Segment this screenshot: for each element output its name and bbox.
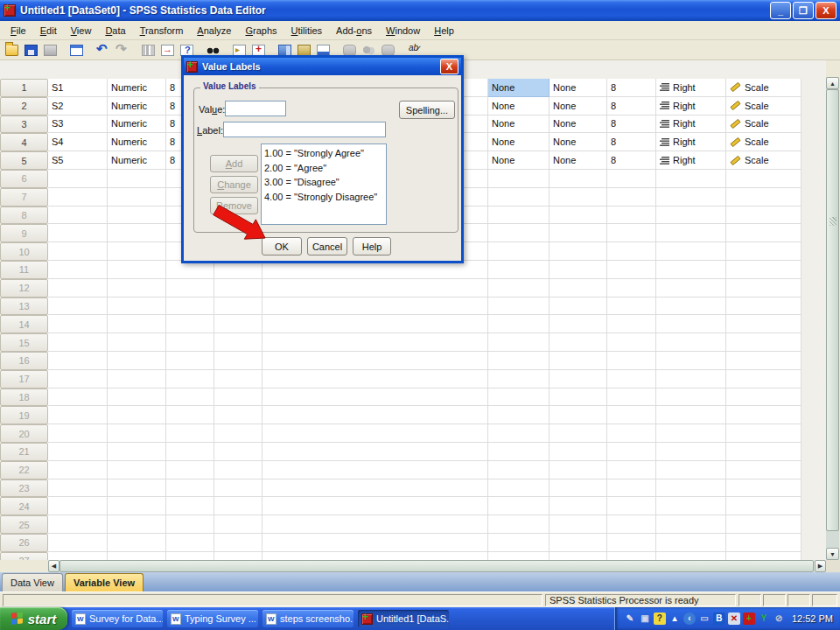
- menu-item-analyze[interactable]: Analyze: [190, 23, 238, 38]
- value-labels-list[interactable]: 1.00 = "Strongly Agree"2.00 = "Agree"3.0…: [261, 144, 387, 225]
- grid-cell-type[interactable]: [108, 188, 166, 206]
- vertical-scroll-thumb[interactable]: [826, 89, 839, 531]
- grid-cell-measure[interactable]: [726, 552, 802, 560]
- grid-cell-decimals[interactable]: [214, 406, 262, 424]
- tab-variable-view[interactable]: Variable View: [65, 573, 144, 592]
- row-header[interactable]: 1: [0, 79, 48, 97]
- grid-cell-type[interactable]: [108, 352, 166, 370]
- grid-cell-columns[interactable]: [607, 170, 656, 188]
- scroll-down-icon[interactable]: ▼: [826, 548, 839, 560]
- grid-cell-missing[interactable]: None: [550, 116, 607, 134]
- grid-cell-measure[interactable]: [726, 279, 802, 298]
- grid-cell-decimals[interactable]: [214, 461, 262, 480]
- grid-cell-name[interactable]: [48, 515, 108, 534]
- grid-cell-align[interactable]: [656, 406, 726, 424]
- grid-cell-columns[interactable]: [607, 315, 656, 333]
- row-header[interactable]: 15: [0, 333, 48, 352]
- grid-cell-columns[interactable]: [607, 443, 656, 461]
- grid-cell-type[interactable]: [108, 333, 166, 352]
- grid-cell-values[interactable]: None: [488, 116, 550, 134]
- grid-cell-align[interactable]: [656, 170, 726, 188]
- row-header[interactable]: 21: [0, 443, 48, 461]
- grid-cell-measure[interactable]: [726, 461, 802, 480]
- grid-cell-missing[interactable]: [550, 224, 607, 242]
- grid-cell-type[interactable]: [108, 279, 166, 298]
- grid-cell-measure[interactable]: Scale: [726, 151, 802, 170]
- grid-cell-values[interactable]: None: [488, 79, 550, 97]
- grid-cell-columns[interactable]: [607, 279, 656, 298]
- grid-cell-label[interactable]: [262, 261, 488, 279]
- grid-cell-align[interactable]: [656, 261, 726, 279]
- grid-cell-width[interactable]: [166, 534, 214, 552]
- grid-cell-decimals[interactable]: [214, 370, 262, 388]
- row-header[interactable]: 26: [0, 534, 48, 552]
- grid-cell-columns[interactable]: 8: [607, 133, 656, 151]
- grid-cell-align[interactable]: Right: [656, 116, 726, 134]
- grid-cell-values[interactable]: [488, 370, 550, 388]
- grid-cell-width[interactable]: [166, 388, 214, 407]
- menu-item-view[interactable]: View: [64, 23, 99, 38]
- menu-item-transform[interactable]: Transform: [133, 23, 191, 38]
- row-header[interactable]: 8: [0, 206, 48, 225]
- grid-cell-values[interactable]: [488, 242, 550, 261]
- grid-cell-label[interactable]: [262, 333, 488, 352]
- grid-cell-type[interactable]: Numeric: [108, 116, 166, 134]
- grid-cell-missing[interactable]: [550, 424, 607, 443]
- grid-cell-missing[interactable]: [550, 406, 607, 424]
- grid-cell-columns[interactable]: [607, 515, 656, 534]
- grid-cell-name[interactable]: [48, 461, 108, 480]
- value-label-item[interactable]: 4.00 = "Strongly Disagree": [264, 190, 386, 205]
- grid-cell-type[interactable]: [108, 315, 166, 333]
- grid-cell-missing[interactable]: [550, 497, 607, 515]
- grid-cell-values[interactable]: [488, 224, 550, 242]
- grid-cell-decimals[interactable]: [214, 497, 262, 515]
- task-button[interactable]: Typing Survey ...: [167, 610, 258, 627]
- grid-cell-type[interactable]: [108, 534, 166, 552]
- grid-cell-measure[interactable]: Scale: [726, 116, 802, 134]
- row-header[interactable]: 3: [0, 116, 48, 134]
- grid-cell-type[interactable]: [108, 424, 166, 443]
- task-button[interactable]: Untitled1 [DataS...: [358, 610, 449, 627]
- grid-cell-values[interactable]: [488, 279, 550, 298]
- grid-cell-missing[interactable]: [550, 333, 607, 352]
- grid-cell-values[interactable]: [488, 170, 550, 188]
- task-button[interactable]: Survey for Data...: [72, 610, 163, 627]
- grid-cell-type[interactable]: [108, 497, 166, 515]
- grid-cell-measure[interactable]: [726, 170, 802, 188]
- grid-cell-label[interactable]: [262, 370, 488, 388]
- row-header[interactable]: 13: [0, 298, 48, 316]
- grid-cell-name[interactable]: [48, 480, 108, 498]
- scroll-up-icon[interactable]: ▲: [826, 77, 839, 89]
- grid-cell-missing[interactable]: [550, 370, 607, 388]
- grid-cell-type[interactable]: [108, 370, 166, 388]
- close-button[interactable]: X: [816, 2, 836, 19]
- grid-cell-name[interactable]: [48, 224, 108, 242]
- grid-cell-label[interactable]: [262, 443, 488, 461]
- menu-item-utilities[interactable]: Utilities: [284, 23, 329, 38]
- grid-cell-missing[interactable]: [550, 534, 607, 552]
- grid-cell-width[interactable]: [166, 298, 214, 316]
- label-input[interactable]: [223, 122, 386, 137]
- grid-cell-decimals[interactable]: [214, 480, 262, 498]
- grid-cell-decimals[interactable]: [214, 279, 262, 298]
- row-header[interactable]: 7: [0, 188, 48, 206]
- grid-cell-values[interactable]: [488, 443, 550, 461]
- grid-cell-decimals[interactable]: [214, 552, 262, 560]
- grid-cell-columns[interactable]: [607, 388, 656, 407]
- grid-cell-label[interactable]: [262, 424, 488, 443]
- grid-cell-align[interactable]: [656, 443, 726, 461]
- grid-cell-width[interactable]: [166, 480, 214, 498]
- grid-cell-name[interactable]: [48, 170, 108, 188]
- row-header[interactable]: 20: [0, 424, 48, 443]
- grid-cell-values[interactable]: [488, 298, 550, 316]
- grid-cell-values[interactable]: [488, 515, 550, 534]
- row-header[interactable]: 10: [0, 242, 48, 261]
- undo-icon[interactable]: [94, 41, 112, 59]
- row-header[interactable]: 19: [0, 406, 48, 424]
- grid-cell-width[interactable]: [166, 497, 214, 515]
- grid-cell-width[interactable]: [166, 315, 214, 333]
- grid-cell-align[interactable]: [656, 515, 726, 534]
- pen-tray-icon[interactable]: ✎: [624, 612, 636, 625]
- grid-cell-missing[interactable]: [550, 242, 607, 261]
- grid-cell-align[interactable]: [656, 279, 726, 298]
